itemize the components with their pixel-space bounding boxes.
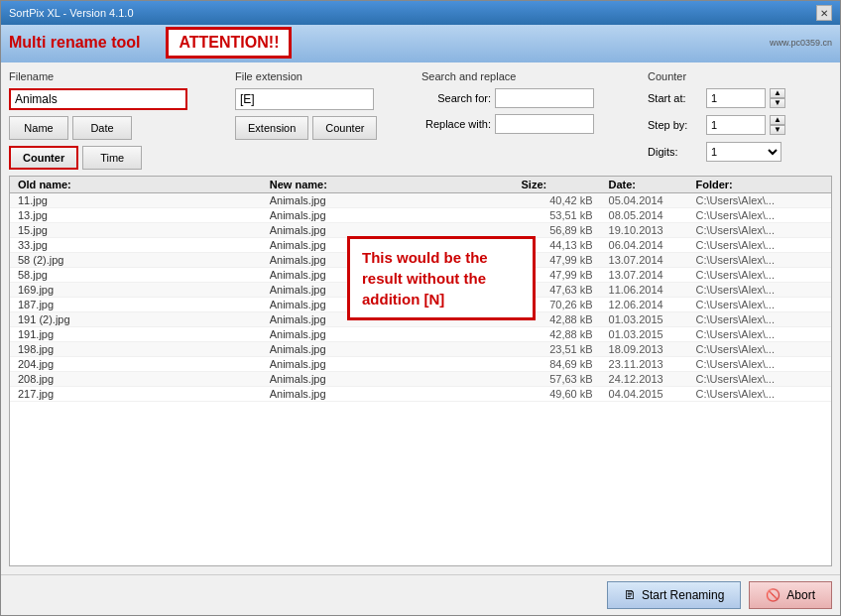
folder-cell: C:\Users\Alex\...	[688, 254, 831, 266]
folder-cell: C:\Users\Alex\...	[688, 388, 831, 400]
folder-cell: C:\Users\Alex\...	[688, 343, 831, 355]
start-at-up[interactable]: ▲	[770, 88, 785, 98]
search-input[interactable]	[495, 88, 594, 108]
start-icon: 🖹	[624, 588, 636, 602]
file-ext-input[interactable]	[235, 88, 374, 110]
col-header-old: Old name:	[10, 179, 262, 190]
subtitle-bar: Multi rename tool ATTENTION!! www.pc0359…	[1, 25, 840, 62]
old-name-cell: 58 (2).jpg	[10, 254, 262, 266]
main-content: Filename Name Date Counter Time File ext…	[1, 62, 840, 574]
date-cell: 04.04.2015	[601, 388, 688, 400]
step-by-spinner: ▲ ▼	[770, 115, 785, 135]
date-cell: 19.10.2013	[601, 224, 688, 236]
old-name-cell: 15.jpg	[10, 224, 262, 236]
new-name-cell: Animals.jpg	[262, 224, 514, 236]
folder-cell: C:\Users\Alex\...	[688, 328, 831, 340]
search-replace-section: Search and replace Search for: Replace w…	[421, 70, 640, 136]
folder-cell: C:\Users\Alex\...	[688, 373, 831, 385]
table-row[interactable]: 204.jpg Animals.jpg 84,69 kB 23.11.2013 …	[10, 357, 831, 372]
file-list-container: Old name: New name: Size: Date: Folder: …	[9, 176, 832, 566]
folder-cell: C:\Users\Alex\...	[688, 299, 831, 310]
filename-input[interactable]	[9, 88, 187, 110]
old-name-cell: 191.jpg	[10, 328, 262, 340]
app-title: SortPix XL - Version 4.1.0	[9, 7, 134, 19]
folder-cell: C:\Users\Alex\...	[688, 239, 831, 251]
counter-button-ext[interactable]: Counter	[312, 116, 377, 140]
new-name-cell: Animals.jpg	[262, 343, 514, 355]
counter-label: Counter	[648, 70, 826, 82]
table-row[interactable]: 198.jpg Animals.jpg 23,51 kB 18.09.2013 …	[10, 342, 831, 357]
extension-button[interactable]: Extension	[235, 116, 308, 140]
filename-btn-row: Name Date	[9, 116, 227, 140]
start-at-down[interactable]: ▼	[770, 98, 785, 108]
old-name-cell: 217.jpg	[10, 388, 262, 400]
old-name-cell: 11.jpg	[10, 194, 262, 206]
old-name-cell: 33.jpg	[10, 239, 262, 251]
search-row: Search for:	[421, 88, 640, 108]
abort-button[interactable]: 🚫 Abort	[749, 581, 832, 609]
step-by-up[interactable]: ▲	[770, 115, 785, 125]
filename-btn-row2: Counter Time	[9, 146, 227, 170]
time-button[interactable]: Time	[82, 146, 142, 170]
name-button[interactable]: Name	[9, 116, 68, 140]
new-name-cell: Animals.jpg	[262, 194, 514, 206]
start-at-row: Start at: ▲ ▼	[648, 88, 826, 108]
table-row[interactable]: 13.jpg Animals.jpg 53,51 kB 08.05.2014 C…	[10, 208, 831, 223]
size-cell: 84,69 kB	[513, 358, 600, 370]
size-cell: 49,60 kB	[513, 388, 600, 400]
date-cell: 08.05.2014	[601, 209, 688, 221]
top-controls: Filename Name Date Counter Time File ext…	[9, 70, 832, 170]
step-by-down[interactable]: ▼	[770, 125, 785, 135]
new-name-cell: Animals.jpg	[262, 209, 514, 221]
start-at-label: Start at:	[648, 92, 702, 104]
table-row[interactable]: 217.jpg Animals.jpg 49,60 kB 04.04.2015 …	[10, 387, 831, 402]
table-row[interactable]: 11.jpg Animals.jpg 40,42 kB 05.04.2014 C…	[10, 193, 831, 208]
folder-cell: C:\Users\Alex\...	[688, 313, 831, 325]
table-row[interactable]: 208.jpg Animals.jpg 57,63 kB 24.12.2013 …	[10, 372, 831, 387]
date-cell: 18.09.2013	[601, 343, 688, 355]
title-text: SortPix XL - Version 4.1.0	[9, 7, 134, 19]
old-name-cell: 208.jpg	[10, 373, 262, 385]
new-name-cell: Animals.jpg	[262, 388, 514, 400]
col-header-new: New name:	[262, 179, 514, 190]
digits-row: Digits: 1 2 3 4	[648, 142, 826, 162]
ext-btn-row: Extension Counter	[235, 116, 414, 140]
col-header-date: Date:	[601, 179, 688, 190]
file-ext-label: File extension	[235, 70, 414, 82]
replace-input[interactable]	[495, 114, 594, 134]
date-cell: 01.03.2015	[601, 328, 688, 340]
attention-box: ATTENTION!!	[166, 27, 292, 59]
date-button[interactable]: Date	[72, 116, 132, 140]
logo-text: Multi rename tool	[9, 34, 140, 52]
date-cell: 11.06.2014	[601, 284, 688, 296]
date-cell: 23.11.2013	[601, 358, 688, 370]
close-button[interactable]: ✕	[816, 5, 832, 21]
counter-button-filename[interactable]: Counter	[9, 146, 78, 170]
size-cell: 23,51 kB	[513, 343, 600, 355]
old-name-cell: 187.jpg	[10, 299, 262, 310]
start-renaming-button[interactable]: 🖹 Start Renaming	[607, 581, 741, 609]
search-replace-label: Search and replace	[421, 70, 640, 82]
replace-row: Replace with:	[421, 114, 640, 134]
filename-section: Filename Name Date Counter Time	[9, 70, 227, 170]
start-at-spinner: ▲ ▼	[770, 88, 785, 108]
folder-cell: C:\Users\Alex\...	[688, 224, 831, 236]
old-name-cell: 58.jpg	[10, 269, 262, 281]
table-row[interactable]: 191.jpg Animals.jpg 42,88 kB 01.03.2015 …	[10, 327, 831, 342]
file-extension-section: File extension Extension Counter	[235, 70, 414, 140]
step-by-input[interactable]	[706, 115, 766, 135]
bottom-bar: 🖹 Start Renaming 🚫 Abort	[1, 574, 840, 615]
digits-select[interactable]: 1 2 3 4	[706, 142, 781, 162]
date-cell: 05.04.2014	[601, 194, 688, 206]
date-cell: 13.07.2014	[601, 254, 688, 266]
abort-icon: 🚫	[766, 588, 781, 602]
file-list-header: Old name: New name: Size: Date: Folder:	[10, 177, 831, 193]
col-header-folder: Folder:	[687, 179, 831, 190]
main-window: SortPix XL - Version 4.1.0 ✕ Multi renam…	[0, 0, 841, 616]
date-cell: 06.04.2014	[601, 239, 688, 251]
new-name-cell: Animals.jpg	[262, 328, 514, 340]
start-at-input[interactable]	[706, 88, 766, 108]
folder-cell: C:\Users\Alex\...	[688, 269, 831, 281]
new-name-cell: Animals.jpg	[262, 358, 514, 370]
size-cell: 56,89 kB	[513, 224, 600, 236]
